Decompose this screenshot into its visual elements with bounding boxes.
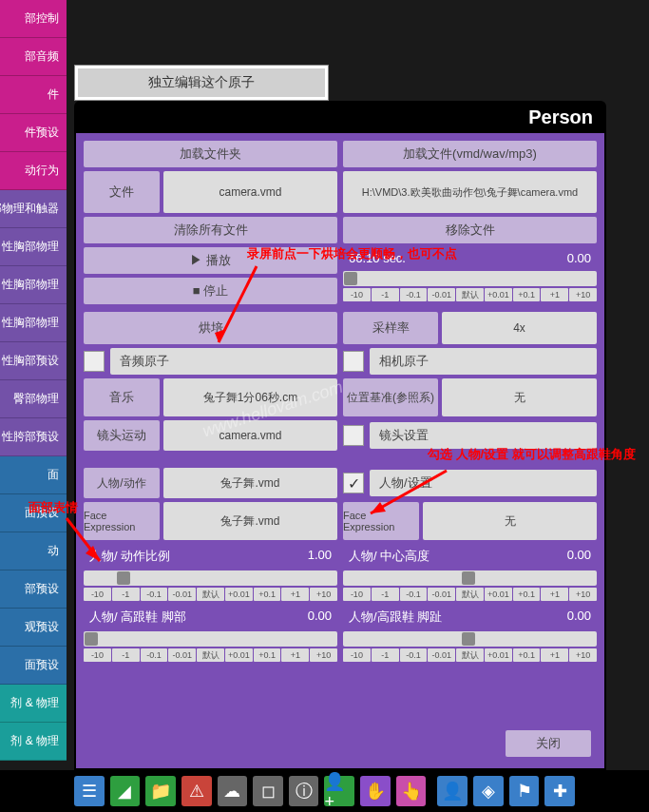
slider-step-button[interactable]: -0.01 <box>168 648 196 662</box>
person-action-value[interactable]: 兔子舞.vmd <box>163 468 337 498</box>
sidebar-item-11[interactable]: 性胯部预设 <box>0 418 67 456</box>
slider-step-button[interactable]: -1 <box>372 588 399 601</box>
slider-step-button[interactable]: +10 <box>569 588 597 601</box>
slider-step-button[interactable]: -0.01 <box>168 588 196 601</box>
slider-step-button[interactable]: -1 <box>112 648 140 662</box>
clear-all-button[interactable]: 清除所有文件 <box>84 217 337 243</box>
flag-icon[interactable]: ⚑ <box>509 776 540 806</box>
slider-step-button[interactable]: -0.1 <box>141 648 168 662</box>
sidebar-item-4[interactable]: 动行为 <box>0 152 67 190</box>
slider2-track[interactable] <box>343 570 597 586</box>
slider-step-button[interactable]: +0.1 <box>513 588 541 601</box>
sidebar-item-1[interactable]: 部音频 <box>0 38 67 76</box>
slider-step-button[interactable]: -1 <box>112 588 140 601</box>
slider-step-button[interactable]: 默认 <box>456 648 484 662</box>
slider-step-button[interactable]: +0.1 <box>513 288 541 301</box>
sidebar-item-3[interactable]: 件预设 <box>0 114 67 152</box>
iron-icon[interactable]: ◢ <box>110 776 141 806</box>
person-icon[interactable]: 👤 <box>437 776 468 806</box>
slider-step-button[interactable]: +10 <box>310 588 337 601</box>
slider-step-button[interactable]: +1 <box>541 288 568 301</box>
person-settings-checkbox[interactable]: ✓ <box>343 473 364 493</box>
plus-icon[interactable]: ✚ <box>544 776 575 806</box>
cube-icon[interactable]: ◻ <box>253 776 283 806</box>
cam-motion-value[interactable]: camera.vmd <box>163 420 337 451</box>
folder-icon[interactable]: 📁 <box>145 776 176 806</box>
slider-step-button[interactable]: +0.01 <box>485 648 512 662</box>
audio-atom-checkbox[interactable] <box>84 351 105 372</box>
sidebar-item-7[interactable]: 性胸部物理 <box>0 266 67 304</box>
slider-step-button[interactable]: -0.1 <box>400 288 428 301</box>
face-expr-value-2[interactable]: 无 <box>423 502 597 540</box>
slider-step-button[interactable]: -0.1 <box>400 588 428 601</box>
slider-step-button[interactable]: +10 <box>569 648 597 662</box>
slider-step-button[interactable]: +1 <box>281 588 309 601</box>
slider-step-button[interactable]: +0.1 <box>513 648 541 662</box>
slider-step-button[interactable]: +0.01 <box>485 588 512 601</box>
time-slider[interactable] <box>343 271 597 286</box>
menu-icon[interactable]: ☰ <box>74 776 105 806</box>
unity-icon[interactable]: ◈ <box>473 776 504 806</box>
play-button[interactable]: ▶ 播放 <box>84 247 337 274</box>
music-value[interactable]: 兔子舞1分06秒.cm <box>163 378 337 416</box>
sidebar-item-19[interactable]: 剂 & 物理 <box>0 723 67 761</box>
sidebar-item-14[interactable]: 动 <box>0 532 67 570</box>
pos-ref-value[interactable]: 无 <box>442 378 597 416</box>
stop-button[interactable]: ■ 停止 <box>84 278 337 304</box>
slider-step-button[interactable]: -0.1 <box>141 588 168 601</box>
slider-step-button[interactable]: -0.1 <box>400 648 428 662</box>
load-folder-button[interactable]: 加载文件夹 <box>84 141 337 167</box>
slider-step-button[interactable]: +10 <box>310 648 337 662</box>
slider-step-button[interactable]: -0.01 <box>428 588 455 601</box>
sidebar-item-8[interactable]: 性胸部物理 <box>0 304 67 342</box>
slider-step-button[interactable]: -10 <box>84 648 111 662</box>
sidebar-item-13[interactable]: 面预设 <box>0 494 67 532</box>
sidebar-item-9[interactable]: 性胸部预设 <box>0 342 67 380</box>
slider1-track[interactable] <box>84 570 337 586</box>
slider-step-button[interactable]: -10 <box>343 588 371 601</box>
slider-step-button[interactable]: +0.1 <box>254 588 281 601</box>
slider-step-button[interactable]: 默认 <box>456 588 484 601</box>
slider-step-button[interactable]: -10 <box>343 288 371 301</box>
sidebar-item-12[interactable]: 面 <box>0 456 67 494</box>
sidebar-item-2[interactable]: 件 <box>0 76 67 114</box>
slider-step-button[interactable]: +0.1 <box>254 648 281 662</box>
remove-file-button[interactable]: 移除文件 <box>343 217 597 243</box>
slider-step-button[interactable]: -0.01 <box>428 288 455 301</box>
slider-step-button[interactable]: -1 <box>372 288 399 301</box>
sidebar-item-6[interactable]: 性胸部物理 <box>0 228 67 266</box>
sample-rate-value[interactable]: 4x <box>442 312 597 344</box>
sidebar-item-16[interactable]: 观预设 <box>0 609 67 647</box>
slider-step-button[interactable]: +10 <box>569 288 597 301</box>
slider-step-button[interactable]: -10 <box>84 588 111 601</box>
face-expr-value-1[interactable]: 兔子舞.vmd <box>163 502 337 540</box>
sidebar-item-0[interactable]: 部控制 <box>0 0 67 38</box>
sidebar-item-5[interactable]: 部物理和触器 <box>0 190 67 228</box>
slider-step-button[interactable]: +1 <box>541 648 568 662</box>
sidebar-item-10[interactable]: 臀部物理 <box>0 380 67 418</box>
hand-icon[interactable]: ✋ <box>360 776 391 806</box>
edit-atom-button[interactable]: 独立编辑这个原子 <box>78 68 325 97</box>
slider-step-button[interactable]: +0.01 <box>485 288 512 301</box>
slider-step-button[interactable]: +1 <box>281 648 309 662</box>
sidebar-item-17[interactable]: 面预设 <box>0 647 67 685</box>
info-icon[interactable]: ⓘ <box>289 776 319 806</box>
slider-step-button[interactable]: -10 <box>343 648 371 662</box>
slider4-track[interactable] <box>343 631 597 647</box>
alert-icon[interactable]: ⚠ <box>181 776 212 806</box>
camera-atom-checkbox[interactable] <box>343 351 364 372</box>
load-file-button[interactable]: 加载文件(vmd/wav/mp3) <box>343 141 597 167</box>
slider-step-button[interactable]: 默认 <box>197 648 224 662</box>
slider-step-button[interactable]: +1 <box>541 588 568 601</box>
sidebar-item-18[interactable]: 剂 & 物理 <box>0 685 67 723</box>
close-button[interactable]: 关闭 <box>506 730 591 757</box>
slider3-track[interactable] <box>84 631 337 647</box>
cam-settings-checkbox[interactable] <box>343 425 364 446</box>
slider-step-button[interactable]: +0.01 <box>225 588 253 601</box>
bake-button[interactable]: 烘培 <box>84 312 337 344</box>
slider-step-button[interactable]: -0.01 <box>428 648 455 662</box>
sidebar-item-15[interactable]: 部预设 <box>0 570 67 609</box>
slider-step-button[interactable]: -1 <box>372 648 399 662</box>
slider-step-button[interactable]: 默认 <box>456 288 484 301</box>
add-person-icon[interactable]: 👤+ <box>324 776 354 806</box>
